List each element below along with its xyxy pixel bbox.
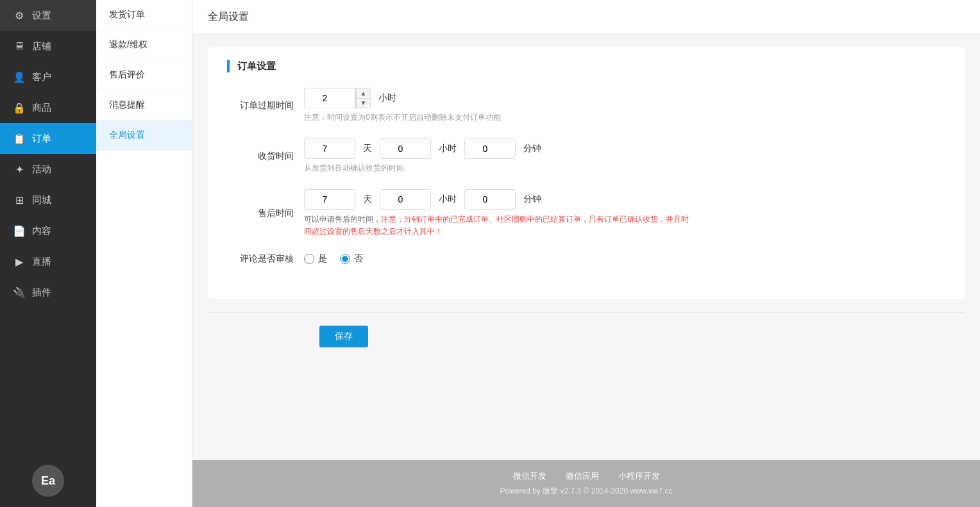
after-sales-hours-unit: 小时 — [439, 194, 457, 205]
order-expire-input[interactable] — [304, 88, 355, 108]
after-sales-time-row: 售后时间 天 小时 分钟 可以申请售后的时间，注意：分销订单中的已完成订单、社区… — [227, 189, 945, 238]
comment-review-row: 评论是否审核 是 否 — [227, 253, 945, 265]
spinner-up-btn[interactable]: ▲ — [356, 88, 370, 99]
receipt-time-controls: 天 小时 分钟 从发货到自动确认收货的时间 — [304, 138, 544, 174]
page-title: 全局设置 — [208, 11, 249, 22]
sub-sidebar-item-after-sales[interactable]: 售后评价 — [96, 60, 192, 90]
order-expire-label: 订单过期时间 — [227, 100, 304, 112]
sidebar-item-customer[interactable]: 👤 客户 — [0, 62, 96, 92]
receipt-days-unit: 天 — [363, 143, 372, 154]
comment-review-yes-radio[interactable] — [304, 254, 314, 264]
local-icon: ⊞ — [13, 194, 26, 206]
footer-links: 微信开发 微信应用 小程序开发 — [203, 470, 970, 482]
footer-link-miniprogram[interactable]: 小程序开发 — [618, 470, 660, 482]
comment-review-yes-label: 是 — [318, 253, 327, 265]
order-icon: 📋 — [13, 132, 26, 145]
after-sales-time-controls: 天 小时 分钟 可以申请售后的时间，注意：分销订单中的已完成订单、社区团购中的已… — [304, 189, 689, 238]
sidebar-item-order[interactable]: 📋 订单 — [0, 123, 96, 154]
sidebar-item-content[interactable]: 📄 内容 — [0, 215, 96, 246]
user-avatar-area: Ea — [0, 454, 96, 507]
sub-sidebar: 发货订单 退款/维权 售后评价 消息提醒 全局设置 — [96, 0, 192, 507]
receipt-hours-unit: 小时 — [439, 143, 457, 154]
customer-icon: 👤 — [13, 71, 26, 83]
after-sales-time-label: 售后时间 — [227, 208, 304, 219]
receipt-time-hint: 从发货到自动确认收货的时间 — [304, 163, 544, 174]
after-sales-hint: 可以申请售后的时间，注意：分销订单中的已完成订单、社区团购中的已结算订单，只有订… — [304, 213, 689, 238]
receipt-hours-input[interactable] — [380, 138, 431, 159]
order-expire-input-area: ▲ ▼ 小时 — [304, 88, 501, 108]
sub-sidebar-item-shipping[interactable]: 发货订单 — [96, 0, 192, 30]
sidebar-item-order-label: 订单 — [32, 133, 51, 145]
content-area: 订单设置 订单过期时间 ▲ ▼ 小时 注意 — [192, 35, 980, 460]
sidebar-item-product[interactable]: 🔒 商品 — [0, 92, 96, 123]
receipt-minutes-input[interactable] — [464, 138, 516, 159]
sidebar-item-settings[interactable]: ⚙ 设置 — [0, 0, 96, 31]
sidebar-item-plugin-label: 插件 — [32, 287, 51, 299]
footer-copyright: Powered by 微擎 v2.7.3 © 2014-2020 www.we7… — [203, 486, 970, 497]
sidebar-item-live-label: 直播 — [32, 256, 51, 268]
settings-icon: ⚙ — [13, 9, 26, 22]
page-header: 全局设置 — [192, 0, 980, 35]
receipt-minutes-unit: 分钟 — [523, 143, 541, 154]
comment-review-no-radio[interactable] — [340, 254, 350, 264]
card-title: 订单设置 — [227, 60, 945, 72]
save-area: 保存 — [208, 312, 965, 360]
comment-review-label: 评论是否审核 — [227, 253, 304, 265]
after-sales-minutes-unit: 分钟 — [523, 194, 541, 205]
receipt-time-label: 收货时间 — [227, 151, 304, 162]
sidebar-item-plugin[interactable]: 🔌 插件 — [0, 277, 96, 308]
after-sales-minutes-input[interactable] — [464, 189, 516, 210]
sidebar-item-activity[interactable]: ✦ 活动 — [0, 154, 96, 185]
after-sales-hours-input[interactable] — [380, 189, 431, 210]
order-expire-hint: 注意：时间设置为0则表示不开启自动删除未支付订单功能 — [304, 112, 501, 123]
sidebar-item-settings-label: 设置 — [32, 10, 51, 22]
sub-sidebar-item-refund[interactable]: 退款/维权 — [96, 30, 192, 60]
sidebar-item-activity-label: 活动 — [32, 163, 51, 176]
order-expire-spinner: ▲ ▼ — [304, 88, 371, 108]
sidebar-item-local-label: 同城 — [32, 194, 51, 206]
after-sales-days-input[interactable] — [304, 189, 355, 210]
receipt-days-input[interactable] — [304, 138, 355, 159]
order-expire-controls: ▲ ▼ 小时 注意：时间设置为0则表示不开启自动删除未支付订单功能 — [304, 88, 501, 123]
live-icon: ▶ — [13, 255, 26, 268]
save-button[interactable]: 保存 — [319, 326, 368, 347]
footer-link-wechat-dev[interactable]: 微信开发 — [513, 470, 546, 482]
spinner-buttons: ▲ ▼ — [355, 88, 371, 108]
spinner-down-btn[interactable]: ▼ — [356, 99, 370, 108]
comment-review-no-label: 否 — [354, 253, 363, 265]
comment-review-yes-item[interactable]: 是 — [304, 253, 327, 265]
sidebar-item-local[interactable]: ⊞ 同城 — [0, 185, 96, 215]
sidebar-item-product-label: 商品 — [32, 102, 51, 114]
sidebar-item-content-label: 内容 — [32, 225, 51, 237]
order-expire-row: 订单过期时间 ▲ ▼ 小时 注意：时间设置为0则表示不开启自动删除未支付订单功能 — [227, 88, 945, 123]
order-expire-unit: 小时 — [378, 92, 396, 104]
store-icon: 🖥 — [13, 40, 26, 53]
sidebar-item-customer-label: 客户 — [32, 71, 51, 83]
order-settings-card: 订单设置 订单过期时间 ▲ ▼ 小时 注意 — [208, 47, 965, 299]
avatar: Ea — [32, 465, 64, 497]
footer-link-wechat-app[interactable]: 微信应用 — [566, 470, 599, 482]
after-sales-hint-normal: 可以申请售后的时间， — [304, 215, 381, 224]
receipt-time-row: 收货时间 天 小时 分钟 从发货到自动确认收货的时间 — [227, 138, 945, 174]
comment-review-no-item[interactable]: 否 — [340, 253, 363, 265]
sidebar-item-store-label: 店铺 — [32, 40, 51, 53]
sidebar-item-live[interactable]: ▶ 直播 — [0, 246, 96, 277]
after-sales-input-area: 天 小时 分钟 — [304, 189, 689, 210]
receipt-time-input-area: 天 小时 分钟 — [304, 138, 544, 159]
main-content: 全局设置 订单设置 订单过期时间 ▲ ▼ — [192, 0, 980, 507]
plugin-icon: 🔌 — [13, 286, 26, 299]
activity-icon: ✦ — [13, 163, 26, 176]
content-icon: 📄 — [13, 224, 26, 237]
product-icon: 🔒 — [13, 101, 26, 114]
sub-sidebar-item-message[interactable]: 消息提醒 — [96, 90, 192, 121]
main-sidebar: ⚙ 设置 🖥 店铺 👤 客户 🔒 商品 📋 订单 ✦ 活动 ⊞ 同城 📄 内容 … — [0, 0, 96, 507]
sidebar-item-store[interactable]: 🖥 店铺 — [0, 31, 96, 62]
after-sales-days-unit: 天 — [363, 194, 372, 205]
sub-sidebar-item-global-settings[interactable]: 全局设置 — [96, 121, 192, 151]
comment-review-radio-group: 是 否 — [304, 253, 363, 265]
footer: 微信开发 微信应用 小程序开发 Powered by 微擎 v2.7.3 © 2… — [192, 460, 980, 507]
